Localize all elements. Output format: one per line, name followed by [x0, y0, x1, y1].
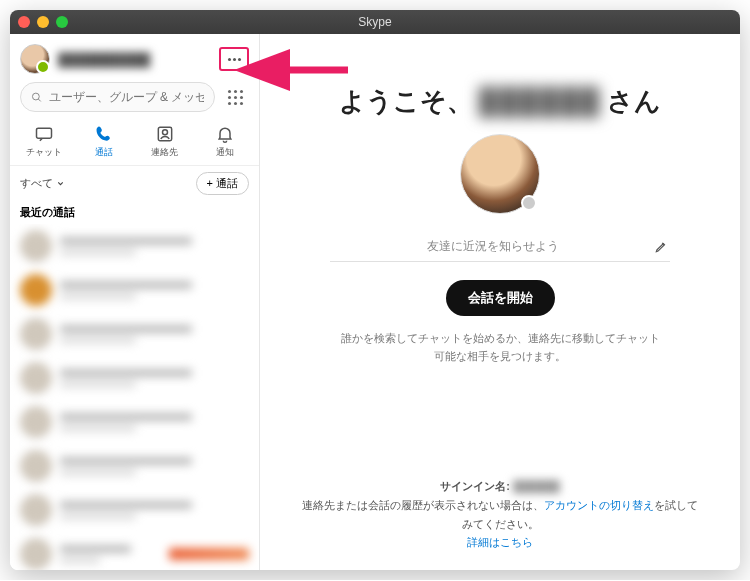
- list-item[interactable]: [10, 488, 259, 532]
- dialpad-button[interactable]: [221, 83, 249, 111]
- window-title: Skype: [10, 15, 740, 29]
- signin-label: サインイン名:: [440, 480, 510, 492]
- list-item[interactable]: [10, 532, 259, 570]
- switch-account-link[interactable]: アカウントの切り替え: [544, 499, 654, 511]
- start-conversation-button[interactable]: 会話を開始: [446, 280, 555, 316]
- user-header: ██████████: [10, 34, 259, 80]
- svg-line-1: [38, 98, 40, 100]
- user-display-name: ██████████: [58, 52, 211, 67]
- phone-icon: [94, 124, 114, 144]
- footer: サインイン名: ██████ 連絡先または会話の履歴が表示されない場合は、アカウ…: [300, 477, 700, 560]
- filter-dropdown[interactable]: すべて: [20, 176, 65, 191]
- ellipsis-icon: [228, 58, 231, 61]
- recent-calls-list: [10, 224, 259, 570]
- svg-rect-2: [37, 128, 52, 138]
- tab-calls[interactable]: 通話: [79, 124, 129, 159]
- bell-icon: [215, 124, 235, 144]
- svg-point-0: [32, 93, 39, 100]
- status-placeholder: 友達に近況を知らせよう: [332, 238, 654, 255]
- list-item[interactable]: [10, 444, 259, 488]
- list-item[interactable]: [10, 400, 259, 444]
- status-message-row[interactable]: 友達に近況を知らせよう: [330, 232, 670, 262]
- chat-icon: [34, 124, 54, 144]
- signin-value: ██████: [513, 480, 560, 492]
- search-row: [10, 80, 259, 120]
- nav-tabs: チャット 通話 連絡先 通知: [10, 120, 259, 166]
- help-text: 誰かを検索してチャットを始めるか、連絡先に移動してチャット可能な相手を見つけます…: [340, 330, 660, 365]
- section-header-recent: 最近の通話: [10, 201, 259, 224]
- content: ██████████ チャット: [10, 34, 740, 570]
- list-item[interactable]: [10, 312, 259, 356]
- tab-contacts[interactable]: 連絡先: [140, 124, 190, 159]
- edit-icon[interactable]: [654, 240, 668, 254]
- list-item[interactable]: [10, 224, 259, 268]
- search-box[interactable]: [20, 82, 215, 112]
- new-call-button[interactable]: + 通話: [196, 172, 249, 195]
- chevron-down-icon: [56, 179, 65, 188]
- profile-avatar[interactable]: [460, 134, 540, 214]
- search-input[interactable]: [49, 90, 204, 104]
- contacts-icon: [155, 124, 175, 144]
- details-link[interactable]: 詳細はこちら: [467, 536, 533, 548]
- status-indicator: [521, 195, 537, 211]
- list-item[interactable]: [10, 268, 259, 312]
- user-avatar[interactable]: [20, 44, 50, 74]
- titlebar: Skype: [10, 10, 740, 34]
- filter-row: すべて + 通話: [10, 166, 259, 201]
- svg-point-4: [162, 130, 167, 135]
- more-menu-button[interactable]: [219, 47, 249, 71]
- tab-notifications[interactable]: 通知: [200, 124, 250, 159]
- search-icon: [31, 91, 43, 104]
- tab-chat[interactable]: チャット: [19, 124, 69, 159]
- app-window: Skype ██████████: [10, 10, 740, 570]
- list-item[interactable]: [10, 356, 259, 400]
- welcome-heading: ようこそ、 ██████ さん: [339, 84, 662, 119]
- sidebar: ██████████ チャット: [10, 34, 260, 570]
- main-panel: ようこそ、 ██████ さん 友達に近況を知らせよう 会話を開始 誰かを検索し…: [260, 34, 740, 570]
